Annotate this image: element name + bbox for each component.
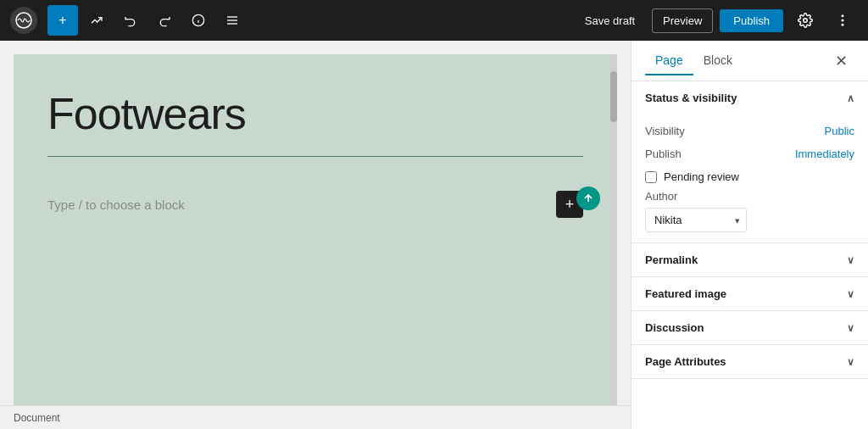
right-sidebar: Page Block ✕ Status & visibility ∧ Visib… (631, 41, 868, 429)
status-visibility-label: Status & visibility (645, 92, 737, 104)
page-attributes-chevron: ∨ (847, 356, 854, 368)
discussion-header[interactable]: Discussion ∨ (632, 311, 868, 344)
document-status: Document (14, 412, 60, 424)
discussion-chevron: ∨ (847, 322, 854, 334)
add-block-button[interactable]: + (47, 5, 78, 36)
visibility-row: Visibility Public (645, 125, 854, 137)
editor-title[interactable]: Footwears (14, 54, 617, 156)
page-attributes-header[interactable]: Page Attributes ∨ (632, 345, 868, 378)
editor-canvas[interactable]: Footwears Type / to choose a block + (14, 54, 617, 405)
preview-button[interactable]: Preview (652, 8, 713, 33)
publish-button[interactable]: Publish (720, 9, 783, 32)
sidebar-header: Page Block ✕ (632, 41, 868, 81)
sidebar-close-button[interactable]: ✕ (827, 47, 854, 75)
editor-scrollbar[interactable] (610, 54, 617, 405)
tab-page[interactable]: Page (645, 47, 693, 75)
settings-button[interactable] (790, 5, 821, 36)
visibility-value[interactable]: Public (825, 125, 854, 137)
editor-area: Footwears Type / to choose a block + Doc… (0, 41, 631, 429)
pending-review-label[interactable]: Pending review (664, 170, 739, 183)
svg-point-9 (842, 20, 844, 22)
pending-review-checkbox[interactable] (645, 171, 657, 183)
wp-logo[interactable] (10, 7, 37, 34)
permalink-chevron: ∨ (847, 254, 854, 266)
publish-row-label: Publish (645, 148, 682, 160)
page-attributes-label: Page Attributes (645, 355, 726, 368)
svg-point-8 (842, 14, 844, 17)
tools-button[interactable] (81, 5, 112, 36)
discussion-label: Discussion (645, 321, 704, 334)
publish-row-value[interactable]: Immediately (795, 148, 854, 160)
main-area: Footwears Type / to choose a block + Doc… (0, 41, 868, 429)
permalink-label: Permalink (645, 254, 698, 266)
author-label: Author (645, 190, 854, 203)
svg-point-7 (804, 19, 808, 23)
status-visibility-header[interactable]: Status & visibility ∧ (632, 81, 868, 114)
undo-button[interactable] (115, 5, 146, 36)
scroll-indicator (576, 187, 600, 210)
author-select-wrapper: Nikita (645, 208, 747, 232)
editor-scrollbar-thumb[interactable] (610, 71, 617, 122)
featured-image-header[interactable]: Featured image ∨ (632, 277, 868, 310)
visibility-label: Visibility (645, 125, 685, 137)
featured-image-label: Featured image (645, 287, 726, 300)
status-bar: Document (0, 405, 631, 429)
permalink-section: Permalink ∨ (632, 243, 868, 277)
discussion-section: Discussion ∨ (632, 311, 868, 345)
status-visibility-chevron: ∧ (847, 92, 854, 104)
save-draft-button[interactable]: Save draft (575, 9, 645, 32)
featured-image-section: Featured image ∨ (632, 277, 868, 311)
featured-image-chevron: ∨ (847, 288, 854, 300)
redo-button[interactable] (149, 5, 180, 36)
editor-placeholder[interactable]: Type / to choose a block (47, 198, 185, 212)
status-visibility-content: Visibility Public Publish Immediately Pe… (632, 114, 868, 242)
author-section: Author Nikita (645, 190, 854, 232)
page-attributes-section: Page Attributes ∨ (632, 345, 868, 379)
pending-review-row: Pending review (645, 170, 854, 183)
editor-block-area: Type / to choose a block + (14, 157, 617, 252)
list-view-button[interactable] (217, 5, 248, 36)
author-select[interactable]: Nikita (645, 208, 747, 232)
toolbar-right: Save draft Preview Publish (575, 5, 858, 36)
svg-point-10 (842, 24, 844, 26)
status-visibility-section: Status & visibility ∧ Visibility Public … (632, 81, 868, 243)
publish-row: Publish Immediately (645, 148, 854, 160)
permalink-header[interactable]: Permalink ∨ (632, 243, 868, 276)
info-button[interactable] (183, 5, 214, 36)
main-toolbar: + Save draft Previe (0, 0, 868, 41)
more-options-button[interactable] (827, 5, 858, 36)
tab-block[interactable]: Block (693, 47, 743, 75)
